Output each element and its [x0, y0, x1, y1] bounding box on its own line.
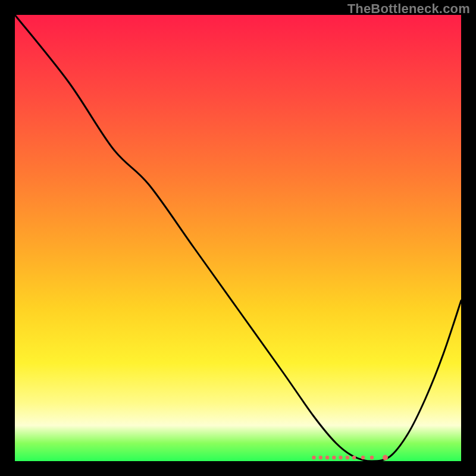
chart-container: TheBottleneck.com — [0, 0, 476, 476]
svg-point-9 — [383, 455, 388, 461]
optimal-zone-dots — [15, 15, 461, 461]
svg-point-6 — [352, 456, 356, 459]
svg-point-2 — [325, 456, 329, 459]
watermark-text: TheBottleneck.com — [347, 1, 470, 17]
svg-point-5 — [346, 456, 349, 459]
svg-point-3 — [332, 456, 336, 459]
svg-point-7 — [361, 456, 365, 459]
svg-point-1 — [319, 456, 322, 459]
plot-frame — [15, 15, 461, 461]
svg-point-4 — [339, 456, 342, 459]
svg-point-8 — [370, 456, 374, 459]
svg-point-0 — [312, 456, 315, 459]
plot-inner — [15, 15, 461, 461]
